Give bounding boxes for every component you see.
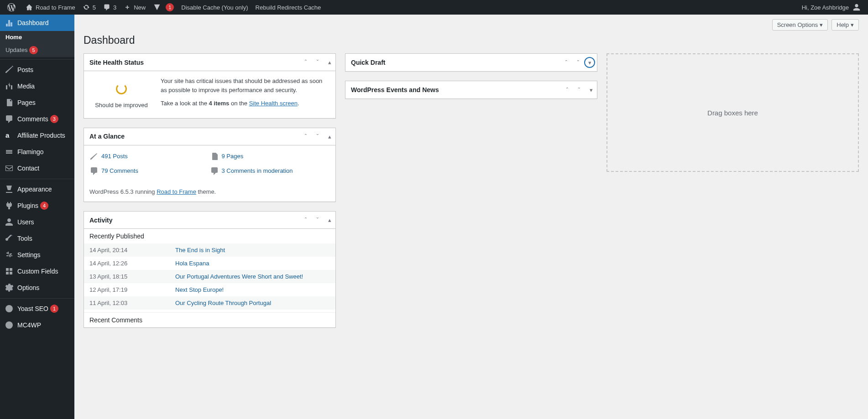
empty-dropzone[interactable]: Drag boxes here <box>607 53 859 172</box>
chevron-down-icon: ▾ <box>851 21 854 28</box>
loading-spinner-icon <box>116 83 127 94</box>
sidebar-item-yoast[interactable]: Yoast SEO1 <box>0 300 74 317</box>
postbox-title: Quick Draft <box>351 59 385 66</box>
wp-version-text: WordPress 6.5.3 running Road to Frame th… <box>89 182 330 197</box>
activity-date: 12 April, 17:19 <box>89 286 175 293</box>
sidebar-item-appearance[interactable]: Appearance <box>0 181 74 197</box>
postbox-events-news: WordPress Events and News ˆ ˇ ▾ <box>345 81 597 99</box>
admin-sidebar: Dashboard Home Updates5 Posts Media Page… <box>0 15 74 419</box>
new-link[interactable]: New <box>120 0 149 15</box>
sidebar-item-custom-fields[interactable]: Custom Fields <box>0 263 74 279</box>
activity-date: 13 April, 18:15 <box>89 273 175 280</box>
sidebar-item-pages[interactable]: Pages <box>0 94 74 111</box>
comments-link[interactable]: 3 <box>99 0 120 15</box>
activity-title: The End is in Sight <box>175 247 330 253</box>
activity-row: 12 April, 17:19Next Stop Europe! <box>84 283 335 296</box>
sidebar-item-settings[interactable]: Settings <box>0 247 74 263</box>
admin-bar: Road to Frame 5 3 New 1 Disable Cache (Y… <box>0 0 868 15</box>
user-greeting[interactable]: Hi, Zoe Ashbridge <box>798 0 864 15</box>
screen-options-button[interactable]: Screen Options ▾ <box>772 19 828 31</box>
sidebar-item-options[interactable]: Options <box>0 279 74 296</box>
sidebar-item-plugins[interactable]: Plugins4 <box>0 197 74 214</box>
move-up-icon[interactable]: ˆ <box>561 82 573 98</box>
sidebar-subitem-home[interactable]: Home <box>0 31 74 43</box>
recent-comments-heading: Recent Comments <box>84 312 335 327</box>
postbox-activity: Activity ˆ ˇ ▴ Recently Published 14 Apr… <box>84 211 336 328</box>
activity-title: Our Portugal Adventures Were Short and S… <box>175 273 330 280</box>
pin-icon <box>89 152 99 161</box>
sidebar-item-media[interactable]: Media <box>0 78 74 94</box>
site-name-link[interactable]: Road to Frame <box>22 0 79 15</box>
glance-posts-link[interactable]: 491 Posts <box>101 152 128 161</box>
postbox-site-health: Site Health Status ˆ ˇ ▴ Should be impro… <box>84 53 336 119</box>
move-up-icon[interactable]: ˆ <box>560 54 572 71</box>
activity-row: 13 April, 18:15Our Portugal Adventures W… <box>84 270 335 283</box>
svg-text:a: a <box>5 131 10 139</box>
postbox-at-a-glance: At a Glance ˆ ˇ ▴ 491 Posts 9 Pages 79 C… <box>84 128 336 202</box>
sidebar-item-flamingo[interactable]: Flamingo <box>0 144 74 160</box>
sidebar-item-affiliate[interactable]: aAffiliate Products <box>0 127 74 144</box>
postbox-title: Activity <box>89 217 113 224</box>
move-up-icon[interactable]: ˆ <box>300 212 312 228</box>
toggle-icon[interactable]: ▾ <box>585 58 594 67</box>
comment-icon <box>210 166 219 176</box>
page-icon <box>210 152 219 161</box>
sidebar-item-users[interactable]: Users <box>0 214 74 230</box>
activity-row: 11 April, 12:03Our Cycling Route Through… <box>84 296 335 310</box>
activity-row: 14 April, 20:14The End is in Sight <box>84 243 335 257</box>
activity-row: 14 April, 12:26Hola Espana <box>84 257 335 270</box>
toggle-icon[interactable]: ▾ <box>585 82 597 98</box>
sidebar-item-dashboard[interactable]: Dashboard <box>0 15 74 31</box>
postbox-title: WordPress Events and News <box>351 86 439 93</box>
toggle-icon[interactable]: ▴ <box>324 54 335 71</box>
updates-link[interactable]: 5 <box>79 0 99 15</box>
glance-moderation-link[interactable]: 3 Comments in moderation <box>222 166 293 176</box>
move-up-icon[interactable]: ˆ <box>300 128 312 145</box>
content-area: Screen Options ▾ Help ▾ Dashboard Site H… <box>74 15 868 419</box>
glance-comments-link[interactable]: 79 Comments <box>101 166 138 176</box>
rebuild-redirects-link[interactable]: Rebuild Redirects Cache <box>252 0 325 15</box>
health-cta: Take a look at the 4 items on the Site H… <box>161 99 330 108</box>
wp-logo-icon[interactable] <box>4 0 22 15</box>
health-summary: Your site has critical issues that shoul… <box>161 77 330 94</box>
move-down-icon[interactable]: ˇ <box>312 54 324 71</box>
toggle-icon[interactable]: ▴ <box>324 128 335 145</box>
svg-point-1 <box>5 305 13 312</box>
recently-published-heading: Recently Published <box>84 229 335 243</box>
activity-post-link[interactable]: Our Portugal Adventures Were Short and S… <box>175 273 303 280</box>
activity-date: 14 April, 20:14 <box>89 247 175 253</box>
activity-post-link[interactable]: Hola Espana <box>175 260 209 267</box>
toggle-icon[interactable]: ▴ <box>324 212 335 228</box>
activity-title: Hola Espana <box>175 260 330 267</box>
disable-cache-link[interactable]: Disable Cache (You only) <box>178 0 251 15</box>
activity-post-link[interactable]: Our Cycling Route Through Portugal <box>175 300 271 306</box>
activity-date: 14 April, 12:26 <box>89 260 175 267</box>
sidebar-item-mc4wp[interactable]: MC4WP <box>0 317 74 333</box>
help-button[interactable]: Help ▾ <box>831 19 859 31</box>
glance-pages-link[interactable]: 9 Pages <box>222 152 244 161</box>
sidebar-item-comments[interactable]: Comments3 <box>0 111 74 127</box>
activity-title: Our Cycling Route Through Portugal <box>175 300 330 306</box>
sidebar-item-tools[interactable]: Tools <box>0 230 74 247</box>
site-health-link[interactable]: Site Health screen <box>249 100 298 107</box>
yoast-adminbar-icon[interactable]: 1 <box>149 0 178 15</box>
move-up-icon[interactable]: ˆ <box>300 54 312 71</box>
comment-icon <box>89 166 99 176</box>
activity-title: Next Stop Europe! <box>175 286 330 293</box>
chevron-down-icon: ▾ <box>820 21 823 28</box>
move-down-icon[interactable]: ˇ <box>312 128 324 145</box>
activity-date: 11 April, 12:03 <box>89 300 175 306</box>
svg-point-2 <box>5 321 13 329</box>
sidebar-item-posts[interactable]: Posts <box>0 62 74 78</box>
theme-link[interactable]: Road to Frame <box>157 188 196 195</box>
activity-post-link[interactable]: The End is in Sight <box>175 247 225 253</box>
sidebar-item-contact[interactable]: Contact <box>0 160 74 176</box>
activity-post-link[interactable]: Next Stop Europe! <box>175 286 224 293</box>
sidebar-subitem-updates[interactable]: Updates5 <box>0 43 74 57</box>
postbox-title: Site Health Status <box>89 59 144 66</box>
postbox-title: At a Glance <box>89 133 125 140</box>
move-down-icon[interactable]: ˇ <box>573 82 585 98</box>
move-down-icon[interactable]: ˇ <box>572 54 584 71</box>
page-title: Dashboard <box>84 34 859 47</box>
move-down-icon[interactable]: ˇ <box>312 212 324 228</box>
